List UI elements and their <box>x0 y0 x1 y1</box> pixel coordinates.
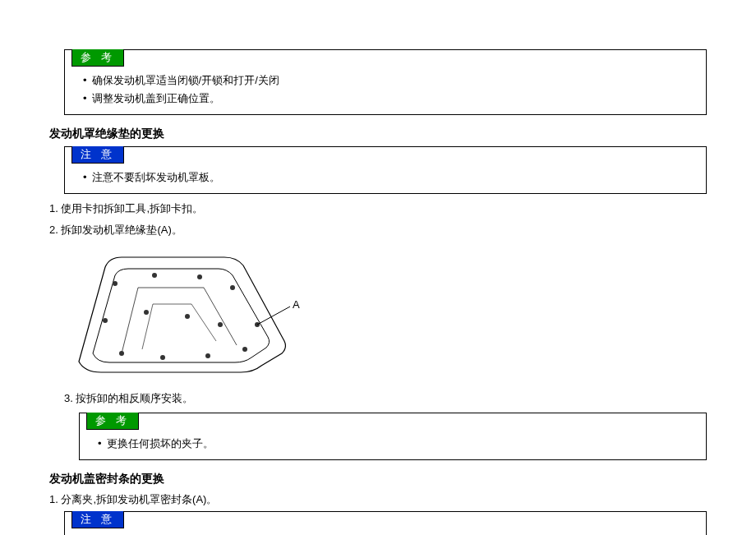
bullet-text: 确保发动机罩适当闭锁/开锁和打开/关闭 <box>92 71 279 90</box>
bullet-item: 确保发动机罩适当闭锁/开锁和打开/关闭 <box>83 71 698 90</box>
bullet-item: 注意不要刮坏发动机罩板。 <box>83 168 698 187</box>
svg-point-6 <box>242 347 247 352</box>
svg-point-2 <box>152 273 157 278</box>
section-title-seal: 发动机盖密封条的更换 <box>49 472 707 487</box>
svg-rect-0 <box>64 242 302 382</box>
hood-insulation-diagram: A <box>64 242 707 385</box>
step-2: 2. 拆卸发动机罩绝缘垫(A)。 <box>49 222 707 238</box>
reference-header: 参 考 <box>71 49 124 67</box>
section-title-insulation: 发动机罩绝缘垫的更换 <box>49 127 707 141</box>
bullet-item: 调整发动机盖到正确位置。 <box>83 90 698 108</box>
caution-content: 注意不要刮坏发动机罩板。 <box>65 164 706 193</box>
reference-header: 参 考 <box>86 413 139 430</box>
reference-box-2: 参 考 更换任何损坏的夹子。 <box>79 413 707 460</box>
svg-point-11 <box>144 310 149 315</box>
caution-box-1: 注 意 注意不要刮坏发动机罩板。 <box>64 146 707 194</box>
step-1: 1. 使用卡扣拆卸工具,拆卸卡扣。 <box>49 201 707 217</box>
svg-point-4 <box>230 285 235 290</box>
svg-point-12 <box>185 314 190 319</box>
diagram-label-a: A <box>293 298 300 311</box>
svg-point-8 <box>160 355 165 360</box>
caution-header: 注 意 <box>71 511 124 528</box>
hood-diagram-svg: A <box>64 242 302 382</box>
reference-content: 确保发动机罩适当闭锁/开锁和打开/关闭 调整发动机盖到正确位置。 <box>65 67 706 114</box>
bullet-item: 更换任何损坏的夹子。 <box>98 435 698 453</box>
caution-box-2: 注 意 <box>64 511 707 535</box>
step-seal-1: 1. 分离夹,拆卸发动机罩密封条(A)。 <box>49 491 707 508</box>
svg-point-9 <box>119 351 124 356</box>
reference-box-1: 参 考 确保发动机罩适当闭锁/开锁和打开/关闭 调整发动机盖到正确位置。 <box>64 49 707 115</box>
caution-header: 注 意 <box>71 146 124 164</box>
step-3: 3. 按拆卸的相反顺序安装。 <box>64 391 707 406</box>
bullet-text: 更换任何损坏的夹子。 <box>107 435 214 453</box>
bullet-text: 调整发动机盖到正确位置。 <box>92 90 220 108</box>
svg-point-13 <box>218 322 223 327</box>
svg-point-1 <box>113 281 118 286</box>
svg-point-7 <box>205 353 210 358</box>
svg-point-3 <box>197 274 202 279</box>
reference-content: 更换任何损坏的夹子。 <box>80 430 706 459</box>
bullet-text: 注意不要刮坏发动机罩板。 <box>92 168 220 187</box>
svg-point-10 <box>103 318 108 323</box>
